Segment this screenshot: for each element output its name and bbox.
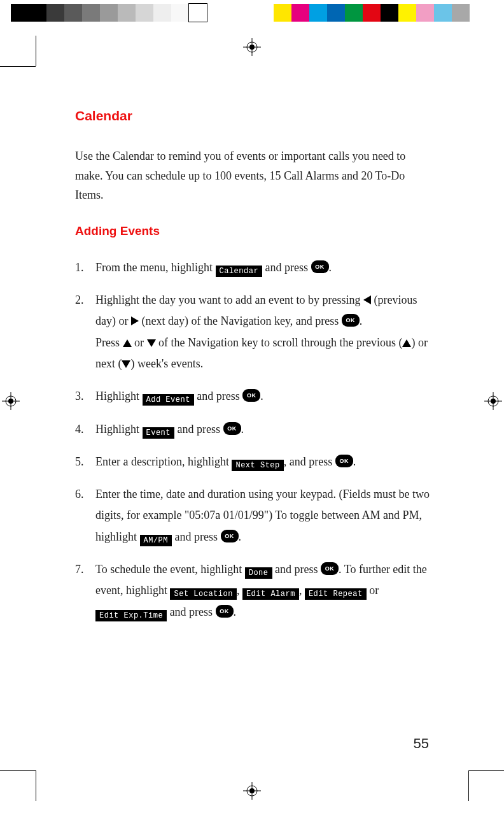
crop-mark bbox=[36, 36, 36, 66]
heading-calendar: Calendar bbox=[75, 108, 431, 124]
ok-key-icon bbox=[321, 562, 339, 575]
text: of the Navigation key to scroll through … bbox=[156, 336, 403, 349]
text: Enter a description, highlight bbox=[95, 455, 232, 468]
text: Press bbox=[95, 336, 123, 349]
color-swatch bbox=[291, 4, 309, 22]
color-swatch bbox=[100, 4, 118, 22]
ok-key-icon bbox=[242, 389, 260, 402]
ok-key-icon bbox=[342, 314, 360, 327]
color-swatch bbox=[345, 4, 363, 22]
crop-mark bbox=[468, 770, 504, 771]
color-swatch bbox=[153, 4, 171, 22]
highlight-next-step: Next Step bbox=[232, 460, 283, 471]
highlight-set-location: Set Location bbox=[170, 588, 236, 600]
color-swatch bbox=[29, 4, 46, 22]
step-2: Highlight the day you want to add an eve… bbox=[75, 290, 431, 374]
color-swatch bbox=[64, 4, 82, 22]
step-4: Highlight Event and press . bbox=[75, 419, 431, 440]
text: or bbox=[132, 336, 147, 349]
ok-key-icon bbox=[223, 422, 241, 435]
color-swatch bbox=[416, 4, 434, 22]
highlight-edit-exptime: Edit Exp.Time bbox=[95, 610, 167, 621]
ok-key-icon bbox=[216, 605, 234, 618]
intro-paragraph: Use the Calendar to remind you of events… bbox=[75, 146, 431, 205]
color-swatch bbox=[274, 4, 291, 22]
registration-mark-bottom bbox=[243, 782, 261, 800]
ok-key-icon bbox=[221, 530, 239, 542]
text: . bbox=[260, 390, 263, 402]
registration-mark-right bbox=[484, 392, 502, 410]
color-swatch bbox=[171, 4, 189, 22]
highlight-calendar: Calendar bbox=[216, 266, 263, 277]
text: To schedule the event, highlight bbox=[95, 563, 245, 576]
text: and press bbox=[172, 530, 220, 543]
text: Highlight the day you want to add an eve… bbox=[95, 294, 363, 306]
text: , bbox=[299, 584, 305, 597]
color-swatch bbox=[46, 4, 64, 22]
down-arrow-icon bbox=[122, 360, 130, 368]
text: or bbox=[367, 584, 379, 597]
text: ) week's events. bbox=[130, 357, 203, 370]
color-swatch bbox=[452, 4, 470, 22]
step-1: From the menu, highlight Calendar and pr… bbox=[75, 257, 431, 278]
highlight-edit-repeat: Edit Repeat bbox=[305, 588, 367, 600]
text: . bbox=[239, 530, 242, 543]
step-5: Enter a description, highlight Next Step… bbox=[75, 451, 431, 472]
crop-mark bbox=[468, 770, 469, 801]
text: . bbox=[234, 606, 237, 618]
down-arrow-icon bbox=[147, 339, 156, 347]
crop-mark bbox=[0, 66, 36, 67]
registration-mark-top bbox=[243, 38, 261, 56]
steps-list: From the menu, highlight Calendar and pr… bbox=[75, 257, 431, 623]
page-content: Calendar Use the Calendar to remind you … bbox=[75, 108, 431, 634]
step-3: Highlight Add Event and press . bbox=[75, 386, 431, 407]
text: (next day) of the Navigation key, and pr… bbox=[139, 315, 342, 327]
up-arrow-icon bbox=[123, 339, 132, 347]
text: and press bbox=[167, 606, 215, 618]
highlight-ampm: AM/PM bbox=[140, 535, 172, 546]
highlight-event: Event bbox=[143, 427, 175, 439]
text: From the menu, highlight bbox=[95, 261, 216, 274]
left-arrow-icon bbox=[363, 295, 371, 304]
highlight-add-event: Add Event bbox=[143, 394, 194, 406]
ok-key-icon bbox=[335, 455, 353, 467]
step-7: To schedule the event, highlight Done an… bbox=[75, 559, 431, 623]
text: . bbox=[241, 423, 244, 436]
highlight-done: Done bbox=[245, 567, 272, 579]
text: and press bbox=[174, 423, 223, 436]
color-swatch bbox=[398, 4, 416, 22]
right-arrow-icon bbox=[131, 316, 139, 325]
text: Highlight bbox=[95, 423, 143, 436]
ok-key-icon bbox=[311, 260, 329, 273]
color-swatch bbox=[363, 4, 381, 22]
highlight-edit-alarm: Edit Alarm bbox=[242, 588, 299, 600]
text: , and press bbox=[284, 455, 335, 468]
text: . bbox=[360, 315, 363, 327]
up-arrow-icon bbox=[402, 339, 411, 347]
page-number: 55 bbox=[414, 735, 429, 752]
step-6: Enter the time, date and duration using … bbox=[75, 484, 431, 548]
color-swatch bbox=[136, 4, 153, 22]
color-swatch bbox=[327, 4, 345, 22]
text: . bbox=[329, 261, 332, 274]
color-swatch bbox=[82, 4, 100, 22]
text: and press bbox=[194, 390, 242, 402]
color-swatch bbox=[11, 4, 29, 22]
color-swatch bbox=[309, 4, 327, 22]
heading-adding-events: Adding Events bbox=[75, 224, 431, 238]
text: . bbox=[353, 455, 356, 468]
text: and press bbox=[272, 563, 321, 576]
registration-mark-left bbox=[2, 392, 20, 410]
color-swatch bbox=[434, 4, 452, 22]
color-swatch bbox=[381, 4, 398, 22]
text: , bbox=[237, 584, 242, 597]
crop-mark bbox=[36, 770, 36, 801]
color-swatch bbox=[189, 4, 207, 22]
text: Highlight bbox=[95, 390, 143, 402]
crop-mark bbox=[0, 770, 36, 771]
color-calibration-bar bbox=[0, 4, 504, 22]
color-swatch bbox=[118, 4, 136, 22]
text: and press bbox=[262, 261, 311, 274]
